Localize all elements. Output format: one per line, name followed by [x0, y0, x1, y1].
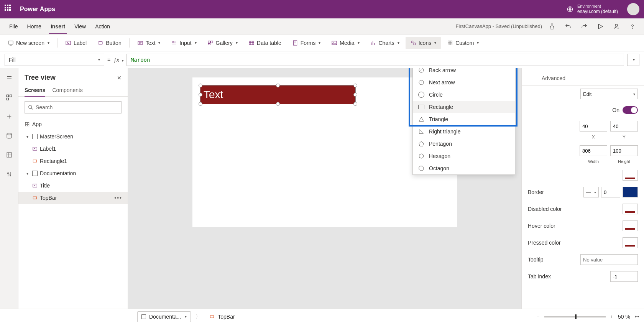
forms-button[interactable]: Forms▾: [288, 37, 325, 49]
tab-screens[interactable]: Screens: [25, 84, 45, 96]
input-button[interactable]: Input▾: [166, 37, 201, 49]
screen-icon: [8, 40, 14, 46]
pos-x-input[interactable]: [580, 121, 607, 132]
resize-handle[interactable]: [199, 84, 202, 87]
status-bar: Documenta...▾ 〉 TopBar − + 50 % ⤢: [0, 309, 644, 324]
svg-rect-20: [450, 43, 452, 45]
svg-point-27: [10, 174, 11, 176]
dd-triangle[interactable]: Triangle: [413, 113, 515, 125]
resize-handle[interactable]: [353, 84, 357, 87]
tab-components[interactable]: Components: [52, 84, 82, 96]
border-color-swatch[interactable]: [623, 187, 638, 197]
dd-circle[interactable]: Circle: [413, 89, 515, 101]
play-icon[interactable]: [593, 20, 607, 33]
left-rail: [0, 68, 18, 309]
menu-home[interactable]: Home: [23, 18, 46, 34]
dd-pentagon[interactable]: Pentagon: [413, 138, 515, 150]
button-button[interactable]: Button: [93, 37, 126, 49]
chevron-right-icon: 〉: [196, 313, 201, 320]
insert-rail-icon[interactable]: [3, 110, 15, 123]
label-icon: [65, 40, 71, 46]
property-dropdown[interactable]: Fill▾: [5, 54, 104, 66]
undo-icon[interactable]: [561, 20, 575, 33]
display-mode-select[interactable]: Edit▾: [580, 89, 638, 99]
svg-rect-10: [208, 43, 210, 45]
dd-back-arrow[interactable]: Back arrow: [413, 68, 515, 76]
formula-expand[interactable]: ▾: [627, 54, 639, 66]
data-rail-icon[interactable]: [3, 130, 15, 142]
fill-color-swatch[interactable]: [623, 170, 638, 181]
resize-handle[interactable]: [353, 93, 357, 97]
text-button[interactable]: Text▾: [133, 37, 165, 49]
button-icon: [97, 40, 104, 46]
resize-handle[interactable]: [199, 93, 202, 97]
hover-color-swatch[interactable]: [623, 220, 638, 231]
resize-handle[interactable]: [276, 102, 280, 106]
fx-icon[interactable]: ƒx ▾: [113, 57, 123, 63]
menu-action[interactable]: Action: [90, 18, 115, 34]
dd-next-arrow[interactable]: Next arrow: [413, 76, 515, 89]
dd-hexagon[interactable]: Hexagon: [413, 150, 515, 162]
tree-topbar[interactable]: TopBar •••: [18, 192, 128, 204]
tree-app[interactable]: App: [18, 118, 128, 130]
prop-tab-advanced[interactable]: Advanced: [536, 71, 572, 85]
custom-button[interactable]: Custom▾: [442, 37, 483, 49]
formula-input[interactable]: Maroon: [127, 54, 624, 66]
visible-toggle[interactable]: [623, 106, 638, 114]
avatar[interactable]: [627, 3, 639, 15]
tree-rectangle1[interactable]: Rectangle1: [18, 155, 128, 167]
help-icon[interactable]: [626, 20, 639, 33]
environment-block[interactable]: Environment enayu.com (default): [567, 4, 618, 15]
border-width-input[interactable]: [601, 187, 620, 197]
fit-to-window-icon[interactable]: ⤢: [633, 313, 641, 321]
more-icon[interactable]: •••: [114, 195, 125, 201]
tooltip-input[interactable]: [580, 254, 638, 265]
gallery-button[interactable]: Gallery▾: [203, 37, 242, 49]
waffle-icon[interactable]: [5, 5, 14, 14]
breadcrumb-screen[interactable]: Documenta...▾: [137, 311, 191, 322]
app-checker-icon[interactable]: [545, 20, 559, 33]
share-icon[interactable]: [610, 20, 623, 33]
resize-handle[interactable]: [353, 102, 357, 106]
tree-search-input[interactable]: Search: [25, 101, 122, 113]
pressed-color-swatch[interactable]: [623, 237, 638, 248]
zoom-slider[interactable]: [544, 316, 606, 317]
resize-handle[interactable]: [276, 84, 280, 87]
tree-view-icon[interactable]: [3, 91, 15, 104]
tree-masterscreen[interactable]: ▾ MasterScreen: [18, 130, 128, 143]
media-rail-icon[interactable]: [3, 149, 15, 161]
selected-rectangle[interactable]: Text: [200, 85, 356, 104]
dd-octagon[interactable]: Octagon: [413, 162, 515, 174]
tree-title[interactable]: Title: [18, 179, 128, 192]
width-input[interactable]: [580, 145, 607, 156]
disabled-color-swatch[interactable]: [623, 204, 638, 214]
new-screen-button[interactable]: New screen▾: [3, 37, 54, 49]
charts-button[interactable]: Charts▾: [366, 37, 404, 49]
svg-point-26: [7, 173, 8, 174]
tree-label1[interactable]: Label1: [18, 143, 128, 155]
zoom-in-icon[interactable]: +: [610, 314, 613, 320]
tab-index-input[interactable]: [610, 271, 638, 282]
dd-right-triangle[interactable]: Right triangle: [413, 125, 515, 138]
screen-icon: [32, 134, 38, 139]
data-table-button[interactable]: Data table: [244, 37, 286, 49]
canvas-area[interactable]: Text 3D printing Back arrow Next arrow C…: [128, 68, 521, 309]
menu-insert[interactable]: Insert: [46, 18, 70, 34]
menu-file[interactable]: File: [5, 18, 23, 34]
tree-documentation[interactable]: ▾ Documentation: [18, 167, 128, 179]
height-input[interactable]: [610, 145, 638, 156]
resize-handle[interactable]: [199, 102, 202, 106]
redo-icon[interactable]: [577, 20, 591, 33]
advanced-tools-icon[interactable]: [3, 168, 15, 180]
hamburger-icon[interactable]: [3, 72, 15, 84]
pos-y-input[interactable]: [610, 121, 638, 132]
border-style-select[interactable]: —▾: [583, 187, 599, 197]
media-button[interactable]: Media▾: [327, 37, 364, 49]
icons-button[interactable]: Icons▾: [406, 37, 441, 49]
zoom-out-icon[interactable]: −: [537, 314, 540, 320]
breadcrumb-element[interactable]: TopBar: [205, 311, 238, 322]
menu-view[interactable]: View: [70, 18, 90, 34]
dd-rectangle[interactable]: Rectangle: [413, 101, 515, 113]
label-button[interactable]: Label: [61, 37, 91, 49]
close-icon[interactable]: ✕: [117, 75, 122, 81]
